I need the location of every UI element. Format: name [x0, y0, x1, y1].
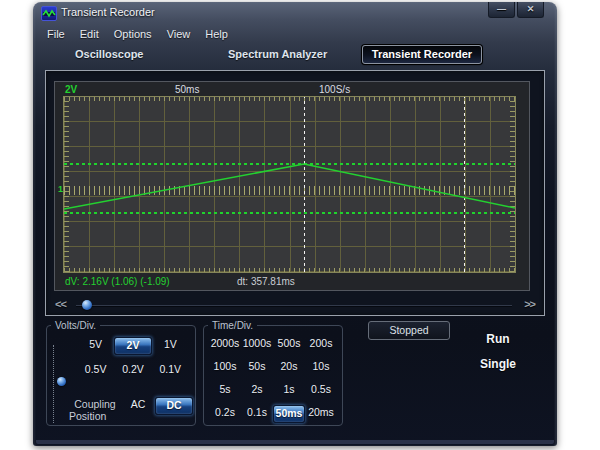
time-option-10s[interactable]: 10s: [305, 359, 337, 375]
time-option-500s[interactable]: 500s: [273, 336, 305, 352]
menu-item-view[interactable]: View: [165, 28, 193, 40]
position-label: Position: [69, 410, 106, 422]
position-slider-track[interactable]: [53, 345, 54, 423]
time-per-div-label: 50ms: [175, 84, 199, 95]
sample-rate-label: 100S/s: [319, 84, 350, 95]
tab-spectrum-analyzer[interactable]: Spectrum Analyzer: [228, 48, 327, 60]
time-option-50ms[interactable]: 50ms: [273, 405, 305, 423]
volts-option-0p2v[interactable]: 0.2V: [114, 362, 151, 378]
tab-oscilloscope[interactable]: Oscilloscope: [75, 48, 143, 60]
time-option-20s[interactable]: 20s: [273, 359, 305, 375]
volts-per-div-label: 2V: [65, 84, 77, 95]
time-option-5s[interactable]: 5s: [209, 382, 241, 398]
volts-option-2v[interactable]: 2V: [114, 337, 151, 355]
scroll-thumb[interactable]: [82, 300, 92, 310]
time-option-20ms[interactable]: 20ms: [305, 405, 337, 421]
time-option-50s[interactable]: 50s: [241, 359, 273, 375]
scroll-right-button[interactable]: >>: [524, 298, 535, 310]
time-option-2s[interactable]: 2s: [241, 382, 273, 398]
window-bottom-edge: [36, 440, 554, 444]
transient-recorder-panel: 2V 50ms 100S/s 1 dV: 2.16V (1.06) (-1.09…: [45, 70, 545, 316]
volts-option-0p5v[interactable]: 0.5V: [77, 362, 114, 378]
cursor-voltage-readout: dV: 2.16V (1.06) (-1.09): [65, 276, 170, 287]
volts-div-legend: Volts/Div.: [51, 320, 100, 331]
menu-item-file[interactable]: File: [45, 28, 67, 40]
single-button[interactable]: Single: [463, 357, 533, 371]
time-option-0p5s[interactable]: 0.5s: [305, 382, 337, 398]
scope-display: 2V 50ms 100S/s 1 dV: 2.16V (1.06) (-1.09…: [54, 81, 530, 291]
time-option-0p2s[interactable]: 0.2s: [209, 405, 241, 421]
menubar: File Edit Options View Help: [45, 28, 230, 40]
coupling-dc-button[interactable]: DC: [155, 397, 193, 415]
tab-transient-recorder[interactable]: Transient Recorder: [362, 45, 482, 64]
scroll-left-button[interactable]: <<: [55, 298, 66, 310]
time-option-2000s[interactable]: 2000s: [209, 336, 241, 352]
scroll-track[interactable]: [76, 305, 512, 307]
position-slider-thumb[interactable]: [57, 377, 66, 386]
tab-bar: Oscilloscope Spectrum Analyzer Transient…: [33, 45, 557, 67]
cursor-time-readout: dt: 357.81ms: [237, 276, 295, 287]
time-div-legend: Time/Div.: [208, 320, 257, 331]
volts-option-5v[interactable]: 5V: [77, 337, 114, 353]
time-div-group: Time/Div. 2000s 1000s 500s 200s 100s 50s…: [203, 320, 343, 426]
scope-scrollbar: << >>: [46, 297, 544, 313]
volts-div-group: Volts/Div. 5V 2V 1V 0.5V 0.2V 0.1V Coupl…: [46, 320, 196, 426]
app-icon: [41, 6, 57, 21]
coupling-ac-button[interactable]: AC: [121, 397, 155, 413]
volts-option-0p1v[interactable]: 0.1V: [152, 362, 189, 378]
menu-item-help[interactable]: Help: [203, 28, 230, 40]
time-option-100s[interactable]: 100s: [209, 359, 241, 375]
waveform: [64, 97, 515, 272]
close-button[interactable]: ✕: [517, 2, 544, 18]
time-option-1s[interactable]: 1s: [273, 382, 305, 398]
titlebar[interactable]: Transient Recorder — ✕: [33, 2, 557, 24]
channel-zero-label: 1: [56, 184, 63, 194]
window-title: Transient Recorder: [61, 6, 155, 18]
status-stopped-button[interactable]: Stopped: [368, 321, 450, 340]
app-window: Transient Recorder — ✕ File Edit Options…: [33, 2, 557, 446]
menu-item-options[interactable]: Options: [112, 28, 154, 40]
minimize-button[interactable]: —: [488, 2, 515, 18]
time-option-0p1s[interactable]: 0.1s: [241, 405, 273, 421]
time-option-1000s[interactable]: 1000s: [241, 336, 273, 352]
waveform-path: [64, 164, 515, 209]
run-button[interactable]: Run: [463, 332, 533, 346]
menu-item-edit[interactable]: Edit: [78, 28, 101, 40]
time-option-200s[interactable]: 200s: [305, 336, 337, 352]
scope-plot[interactable]: 1: [63, 96, 516, 273]
volts-option-1v[interactable]: 1V: [152, 337, 189, 353]
